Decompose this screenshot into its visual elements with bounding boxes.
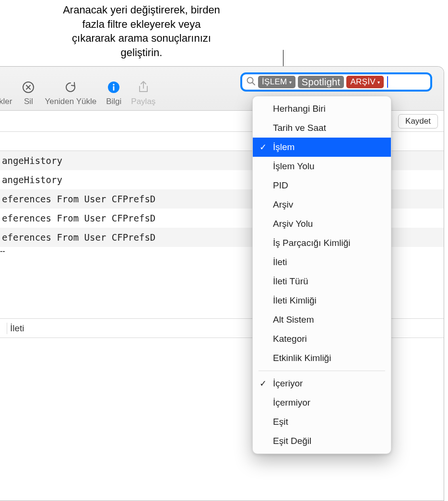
svg-point-4: [248, 78, 253, 83]
search-token-process[interactable]: İŞLEM ▾: [258, 76, 295, 88]
search-token-label: ARŞİV: [350, 77, 376, 87]
svg-point-2: [113, 84, 115, 85]
text-caret: [387, 76, 388, 88]
callout-text: Aranacak yeri değiştirerek, birden fazla…: [62, 3, 221, 60]
reload-icon: [64, 80, 77, 95]
dropdown-item-label: İçermiyor: [273, 397, 310, 408]
save-button[interactable]: Kaydet: [398, 114, 438, 128]
dropdown-item-label: Tarih ve Saat: [273, 123, 326, 133]
toolbar-item-sil[interactable]: Sil: [17, 80, 40, 107]
dropdown-item-label: Etkinlik Kimliği: [273, 353, 331, 363]
dropdown-separator: [259, 371, 385, 371]
dropdown-item[interactable]: Tarih ve Saat: [253, 118, 391, 138]
dropdown-item[interactable]: Etkinlik Kimliği: [253, 349, 391, 368]
search-field[interactable]: İŞLEM ▾ Spotlight ARŞİV ▾: [240, 72, 432, 92]
search-token-value: Spotlight: [302, 77, 341, 88]
dropdown-item-label: İleti Türü: [273, 276, 308, 287]
toolbar-label: Bilgi: [106, 97, 121, 106]
column-divider: [7, 323, 7, 334]
dropdown-item-label: Kategori: [273, 334, 307, 344]
dropdown-item[interactable]: Kategori: [253, 329, 391, 349]
detail-header-label: İleti: [10, 323, 24, 334]
dropdown-item-label: Arşiv: [273, 199, 293, 210]
dropdown-item-label: İleti Kimliği: [273, 295, 317, 306]
toolbar-label: Yeniden Yükle: [45, 97, 96, 106]
dropdown-item[interactable]: İleti: [253, 253, 391, 272]
info-icon: [107, 80, 120, 95]
dropdown-item-label: PID: [273, 180, 288, 191]
dropdown-item[interactable]: İleti Kimliği: [253, 291, 391, 310]
dropdown-item-label: İleti: [273, 257, 287, 268]
dropdown-item[interactable]: İşlem Yolu: [253, 157, 391, 176]
dropdown-item[interactable]: Herhangi Biri: [253, 99, 391, 118]
dropdown-item-label: Eşit: [273, 417, 288, 427]
search-token-archive[interactable]: ARŞİV ▾: [346, 76, 384, 88]
toolbar-label: Paylaş: [131, 97, 155, 106]
close-circle-icon: [22, 80, 35, 95]
toolbar-label: kler: [0, 97, 12, 106]
dropdown-item-label: İşlem Yolu: [273, 161, 315, 172]
chevron-down-icon: ▾: [377, 80, 380, 85]
toolbar-item-kler[interactable]: kler: [0, 80, 17, 107]
toolbar-buttons: kler Sil Yeniden Yükle Bilgi: [0, 80, 160, 107]
dropdown-item[interactable]: Alt Sistem: [253, 310, 391, 329]
filter-dropdown-menu[interactable]: Herhangi BiriTarih ve Saat✓İşlemİşlem Yo…: [252, 96, 391, 454]
toolbar-item-bilgi[interactable]: Bilgi: [101, 80, 126, 107]
check-icon: ✓: [259, 142, 267, 152]
svg-rect-3: [113, 86, 115, 91]
dropdown-item[interactable]: ✓İçeriyor: [253, 374, 391, 393]
dropdown-item[interactable]: Eşit Değil: [253, 431, 391, 451]
dropdown-item[interactable]: Eşit: [253, 412, 391, 431]
dropdown-item-label: Eşit Değil: [273, 436, 311, 446]
dropdown-item[interactable]: İleti Türü: [253, 272, 391, 291]
dropdown-item[interactable]: İş Parçacığı Kimliği: [253, 233, 391, 253]
dropdown-item[interactable]: İçermiyor: [253, 393, 391, 412]
search-icon: [246, 76, 256, 88]
dropdown-item[interactable]: Arşiv: [253, 195, 391, 214]
search-token-label: İŞLEM: [262, 77, 287, 87]
dropdown-item[interactable]: Arşiv Yolu: [253, 214, 391, 233]
dropdown-item-label: İşlem: [273, 142, 295, 152]
dropdown-item-label: Herhangi Biri: [273, 104, 326, 114]
dropdown-item[interactable]: PID: [253, 176, 391, 195]
toolbar-item-paylas: Paylaş: [126, 80, 160, 107]
dropdown-item-label: Alt Sistem: [273, 315, 314, 325]
chevron-down-icon: ▾: [289, 80, 292, 85]
toolbar-label: Sil: [24, 97, 33, 106]
share-icon: [137, 80, 150, 95]
check-icon: ✓: [259, 378, 267, 389]
dropdown-item-label: İçeriyor: [273, 378, 303, 389]
dropdown-item[interactable]: ✓İşlem: [253, 138, 391, 157]
toolbar-item-yeniden-yukle[interactable]: Yeniden Yükle: [40, 80, 101, 107]
search-token-text[interactable]: Spotlight: [298, 76, 344, 88]
dropdown-item-label: İş Parçacığı Kimliği: [273, 238, 351, 248]
dropdown-item-label: Arşiv Yolu: [273, 219, 313, 229]
